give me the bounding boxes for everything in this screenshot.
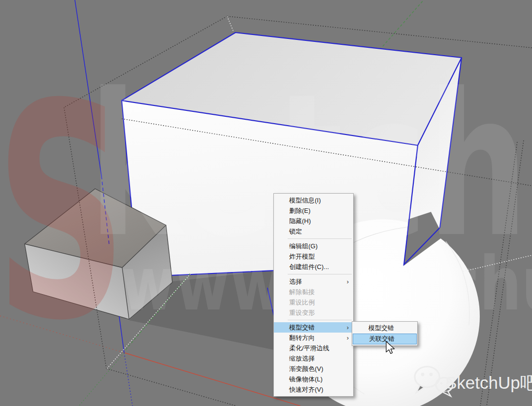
context-menu-item[interactable]: 模型交错›: [274, 322, 353, 333]
menu-item-label: 创建组件(C)...: [289, 263, 329, 271]
context-menu-item[interactable]: 缩放选择: [274, 353, 353, 364]
menu-item-label: 翻转方向: [289, 334, 315, 341]
menu-item-label: 选择: [289, 278, 302, 285]
menu-item-label: 炸开模型: [289, 253, 315, 260]
context-menu-item[interactable]: 删除(E): [274, 205, 353, 216]
green-axis-upper: [383, 0, 424, 46]
menu-item-label: 柔化/平滑边线: [289, 344, 330, 352]
context-menu-item[interactable]: 隐藏(H): [274, 216, 353, 226]
submenu-arrow-icon: ›: [347, 322, 349, 333]
context-menu-item: 重设比例: [274, 297, 353, 307]
menu-item-label: 重设比例: [289, 299, 315, 306]
context-menu-item[interactable]: 创建组件(C)...: [274, 262, 353, 272]
menu-item-label: 编辑组(G): [289, 242, 318, 250]
context-menu-item: 重设变形: [274, 307, 353, 318]
sketchup-viewport: S ketchUp www.sketchupbar.com SketchUp吧 …: [0, 0, 532, 406]
menu-item-label: 删除(E): [289, 207, 310, 214]
menu-item-label: 镜像物体(L): [289, 375, 323, 383]
context-menu[interactable]: 模型信息(I)删除(E)隐藏(H)锁定编辑组(G)炸开模型创建组件(C)...选…: [273, 193, 354, 397]
context-menu-item[interactable]: 编辑组(G): [274, 241, 353, 251]
context-menu-item[interactable]: 柔化/平滑边线: [274, 343, 353, 353]
menu-item-label: 重设变形: [289, 309, 315, 316]
menu-item-label: 缩放选择: [289, 355, 315, 362]
context-menu-item[interactable]: 锁定: [274, 226, 353, 237]
menu-item-label: 模型交错: [289, 324, 315, 331]
context-menu-item[interactable]: 镜像物体(L): [274, 374, 353, 384]
context-menu-item[interactable]: 翻转方向›: [274, 333, 353, 343]
menu-item-label: 锁定: [289, 228, 302, 235]
submenu-arrow-icon: ›: [347, 333, 349, 343]
menu-item-label: 渐变颜色(V): [289, 365, 323, 372]
context-menu-item[interactable]: 模型信息(I): [274, 195, 353, 205]
menu-separator: [288, 238, 352, 239]
context-menu-item: 解除黏接: [274, 287, 353, 297]
scene-canvas[interactable]: S ketchUp www.sketchupbar.com SketchUp吧: [0, 0, 532, 406]
mouse-cursor: [385, 340, 398, 355]
menu-item-label: 快速对齐(V): [289, 386, 323, 393]
context-menu-item[interactable]: 快速对齐(V): [274, 384, 353, 395]
menu-item-label: 解除黏接: [289, 288, 315, 296]
menu-item-label: 模型信息(I): [289, 197, 321, 204]
menu-separator: [288, 320, 352, 320]
context-menu-item[interactable]: 模型交错: [352, 323, 417, 334]
logo-text: SketchUp吧: [445, 373, 532, 392]
context-menu-item[interactable]: 渐变颜色(V): [274, 364, 353, 374]
context-menu-item[interactable]: 炸开模型: [274, 251, 353, 262]
menu-item-label: 隐藏(H): [289, 217, 311, 225]
submenu-arrow-icon: ›: [347, 276, 349, 287]
menu-item-label: 模型交错: [368, 324, 394, 332]
menu-separator: [288, 274, 352, 274]
context-menu-item[interactable]: 选择›: [274, 276, 353, 287]
